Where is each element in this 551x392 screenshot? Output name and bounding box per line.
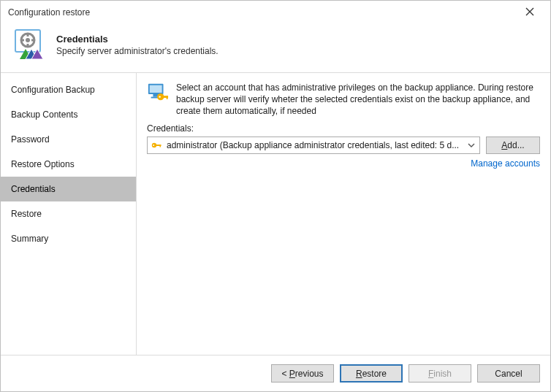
appliance-key-icon	[147, 82, 169, 104]
page-subtitle: Specify server administrator's credentia…	[56, 46, 218, 56]
page-title: Credentials	[56, 34, 218, 45]
svg-rect-9	[167, 96, 168, 99]
sidebar-item-credentials[interactable]: Credentials	[1, 177, 136, 201]
svg-rect-13	[160, 145, 162, 147]
close-button[interactable]	[515, 4, 544, 21]
manage-accounts-row: Manage accounts	[147, 158, 540, 169]
sidebar-item-label: Restore Options	[11, 159, 75, 169]
sidebar-item-label: Password	[11, 134, 50, 145]
restore-label: Restore	[356, 369, 387, 379]
sidebar-item-configuration-backup[interactable]: Configuration Backup	[1, 77, 136, 102]
wizard-header-icon	[11, 27, 46, 62]
svg-point-14	[153, 145, 154, 146]
sidebar-item-label: Credentials	[11, 184, 56, 194]
window-title: Configuration restore	[8, 7, 90, 18]
sidebar-item-label: Backup Contents	[11, 109, 77, 120]
previous-button[interactable]: < Previous	[271, 364, 334, 383]
close-icon	[525, 7, 534, 18]
titlebar: Configuration restore	[1, 1, 550, 23]
wizard-body: Configuration Backup Backup Contents Pas…	[1, 72, 550, 355]
chevron-down-icon	[466, 138, 476, 153]
wizard-header-text: Credentials Specify server administrator…	[56, 34, 218, 56]
wizard-steps-sidebar: Configuration Backup Backup Contents Pas…	[1, 73, 137, 355]
credentials-combobox[interactable]: administrator (Backup appliance administ…	[147, 137, 480, 154]
wizard-main-panel: Select an account that has administrativ…	[137, 73, 550, 355]
intro-text: Select an account that has administrativ…	[176, 82, 540, 118]
finish-label: Finish	[428, 369, 452, 379]
sidebar-item-label: Restore	[11, 209, 42, 219]
sidebar-item-label: Configuration Backup	[11, 85, 95, 95]
manage-accounts-link[interactable]: Manage accounts	[471, 158, 540, 169]
wizard-header: Credentials Specify server administrator…	[1, 23, 550, 72]
restore-button[interactable]: Restore	[340, 364, 403, 383]
svg-rect-4	[150, 85, 162, 93]
sidebar-item-summary[interactable]: Summary	[1, 226, 136, 251]
svg-point-10	[159, 96, 160, 97]
wizard-footer: < Previous Restore Finish Cancel	[1, 355, 550, 391]
finish-button: Finish	[408, 364, 471, 383]
sidebar-item-label: Summary	[11, 234, 48, 244]
credentials-selected-text: administrator (Backup appliance administ…	[167, 140, 462, 150]
cancel-button[interactable]: Cancel	[477, 364, 540, 383]
sidebar-item-password[interactable]: Password	[1, 127, 136, 152]
add-credentials-button[interactable]: Add...	[486, 137, 540, 154]
sidebar-item-restore[interactable]: Restore	[1, 201, 136, 226]
sidebar-item-backup-contents[interactable]: Backup Contents	[1, 102, 136, 127]
svg-point-2	[26, 38, 30, 42]
previous-label: < Previous	[281, 369, 323, 379]
add-credentials-label: Add...	[501, 140, 524, 150]
sidebar-item-restore-options[interactable]: Restore Options	[1, 152, 136, 177]
intro-row: Select an account that has administrativ…	[147, 82, 540, 118]
cancel-label: Cancel	[495, 369, 522, 379]
credentials-label: Credentials:	[147, 123, 540, 134]
key-icon	[151, 139, 162, 151]
credentials-row: administrator (Backup appliance administ…	[147, 137, 540, 154]
